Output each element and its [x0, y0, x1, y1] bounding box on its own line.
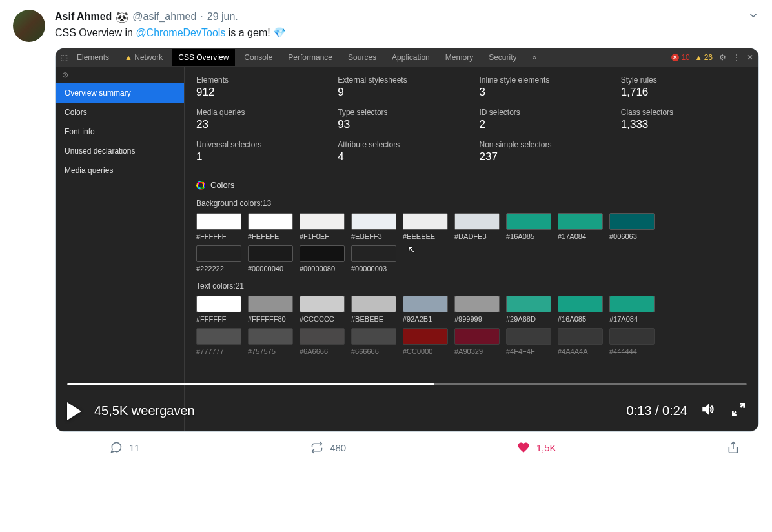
color-swatch[interactable]: #17A084: [558, 213, 603, 240]
color-swatch[interactable]: #DADFE3: [454, 213, 500, 240]
color-swatch[interactable]: #777777: [196, 328, 241, 355]
stat-value: 1: [196, 150, 322, 163]
stat-label: Universal selectors: [196, 140, 322, 149]
volume-icon[interactable]: [700, 401, 717, 421]
media-video[interactable]: ⬚ Elements ▲ Network CSS Overview Consol…: [55, 48, 759, 432]
color-swatch[interactable]: #00000080: [300, 245, 345, 272]
play-button[interactable]: [67, 402, 81, 420]
tweet-text: CSS Overview in @ChromeDevTools is a gem…: [55, 26, 759, 39]
tab-elements[interactable]: Elements: [70, 49, 116, 66]
no-icon[interactable]: ⊘: [56, 66, 184, 83]
sidebar-item-unused[interactable]: Unused declarations: [56, 141, 184, 161]
tweet-menu-caret[interactable]: [747, 10, 759, 24]
fullscreen-icon[interactable]: [730, 401, 747, 421]
sidebar-item-overview[interactable]: Overview summary: [56, 83, 184, 103]
color-swatch[interactable]: #4F4F4F: [506, 328, 551, 355]
color-swatch[interactable]: #757575: [248, 328, 293, 355]
stat-item: Type selectors93: [338, 108, 463, 131]
share-button[interactable]: [727, 441, 740, 454]
tab-performance[interactable]: Performance: [281, 49, 339, 66]
warn-badge[interactable]: ▲26: [695, 53, 713, 62]
stat-value: 23: [196, 118, 322, 131]
tab-memory[interactable]: Memory: [439, 49, 480, 66]
color-code: #999999: [454, 315, 482, 323]
sidebar-item-font[interactable]: Font info: [56, 122, 184, 141]
tab-application[interactable]: Application: [385, 49, 436, 66]
mention-link[interactable]: @ChromeDevTools: [136, 27, 225, 38]
color-code: #757575: [248, 347, 276, 355]
color-code: #FFFFFF: [196, 232, 226, 240]
author-handle[interactable]: @asif_ahmed: [132, 11, 196, 23]
color-swatch[interactable]: #29A68D: [506, 296, 551, 323]
color-swatch[interactable]: #FFFFFF: [196, 296, 241, 323]
color-swatch[interactable]: #444444: [609, 328, 655, 355]
color-swatch[interactable]: #16A085: [506, 213, 551, 240]
stat-item: Non-simple selectors237: [480, 140, 605, 163]
bg-colors-label: Background colors:13: [196, 199, 747, 208]
color-code: #16A085: [506, 232, 534, 240]
dot-separator: ·: [200, 11, 203, 23]
retweet-button[interactable]: 480: [310, 441, 346, 454]
inspect-icon[interactable]: ⬚: [61, 53, 68, 62]
tweet-container: Asif Ahmed 🐼 @asif_ahmed · 29 jun. CSS O…: [0, 0, 772, 470]
tab-css-overview[interactable]: CSS Overview: [172, 49, 235, 66]
author-name[interactable]: Asif Ahmed: [55, 11, 112, 23]
tab-network[interactable]: ▲ Network: [118, 49, 169, 66]
like-button[interactable]: 1,5K: [517, 441, 556, 454]
color-swatch[interactable]: #BEBEBE: [351, 296, 396, 323]
color-swatch[interactable]: #A90329: [454, 328, 500, 355]
tab-sources[interactable]: Sources: [341, 49, 383, 66]
stat-label: ID selectors: [480, 108, 605, 117]
tab-more[interactable]: »: [526, 49, 543, 66]
color-swatch[interactable]: #FFFFFF: [196, 213, 241, 240]
color-swatch[interactable]: #FFFFFF80: [248, 296, 293, 323]
stat-value: 2: [480, 118, 605, 131]
stat-label: Attribute selectors: [338, 140, 463, 149]
stat-value: 4: [338, 150, 463, 163]
color-swatch[interactable]: #CC0000: [403, 328, 448, 355]
color-swatch[interactable]: #EEEEEE: [403, 213, 448, 240]
reply-count: 11: [129, 442, 140, 453]
color-swatch[interactable]: #4A4A4A: [558, 328, 603, 355]
color-code: #00000040: [248, 265, 283, 272]
color-swatch[interactable]: #EBEFF3: [351, 213, 396, 240]
color-swatch[interactable]: #CCCCCC: [300, 296, 345, 323]
tweet-text-part: is a gem!: [225, 27, 273, 38]
color-swatch[interactable]: #999999: [454, 296, 500, 323]
error-badge[interactable]: ✕10: [671, 53, 689, 62]
color-swatch[interactable]: #006063: [609, 213, 655, 240]
color-swatch[interactable]: #6A6666: [300, 328, 345, 355]
reply-button[interactable]: 11: [110, 441, 140, 454]
devtools-sidebar: ⊘ Overview summary Colors Font info Unus…: [56, 66, 185, 431]
tab-security[interactable]: Security: [482, 49, 523, 66]
sidebar-item-colors[interactable]: Colors: [56, 103, 184, 122]
panda-icon: 🐼: [116, 11, 128, 23]
stat-value: 237: [480, 150, 605, 163]
color-code: #00000003: [351, 265, 387, 272]
color-swatch[interactable]: #FEFEFE: [248, 213, 293, 240]
color-swatch[interactable]: #92A2B1: [403, 296, 448, 323]
color-swatch[interactable]: #00000040: [248, 245, 293, 272]
swatch-row: #FFFFFF#FFFFFF80#CCCCCC#BEBEBE#92A2B1#99…: [196, 296, 747, 323]
stat-value: 93: [338, 118, 463, 131]
color-swatch[interactable]: #00000003: [351, 245, 396, 272]
sidebar-item-media[interactable]: Media queries: [56, 161, 184, 180]
color-swatch[interactable]: #666666: [351, 328, 396, 355]
close-icon[interactable]: ✕: [747, 53, 753, 62]
gear-icon[interactable]: ⚙: [719, 53, 726, 62]
avatar[interactable]: [13, 10, 45, 42]
color-swatch[interactable]: #16A085: [558, 296, 603, 323]
swatch-row: #FFFFFF#FEFEFE#F1F0EF#EBEFF3#EEEEEE#DADF…: [196, 213, 747, 240]
tab-console[interactable]: Console: [238, 49, 279, 66]
devtools-main: Elements912External stylesheets9Inline s…: [185, 66, 758, 431]
tweet-date[interactable]: 29 jun.: [207, 11, 238, 23]
color-swatch[interactable]: #17A084: [609, 296, 655, 323]
stat-value: 912: [196, 86, 322, 99]
color-code: #6A6666: [300, 347, 328, 355]
video-progress[interactable]: [67, 383, 747, 385]
kebab-icon[interactable]: ⋮: [733, 53, 740, 62]
color-swatch[interactable]: #F1F0EF: [300, 213, 345, 240]
tweet-header: Asif Ahmed 🐼 @asif_ahmed · 29 jun.: [55, 10, 759, 24]
color-swatch[interactable]: #222222: [196, 245, 241, 272]
color-code: #FFFFFF80: [248, 315, 286, 323]
